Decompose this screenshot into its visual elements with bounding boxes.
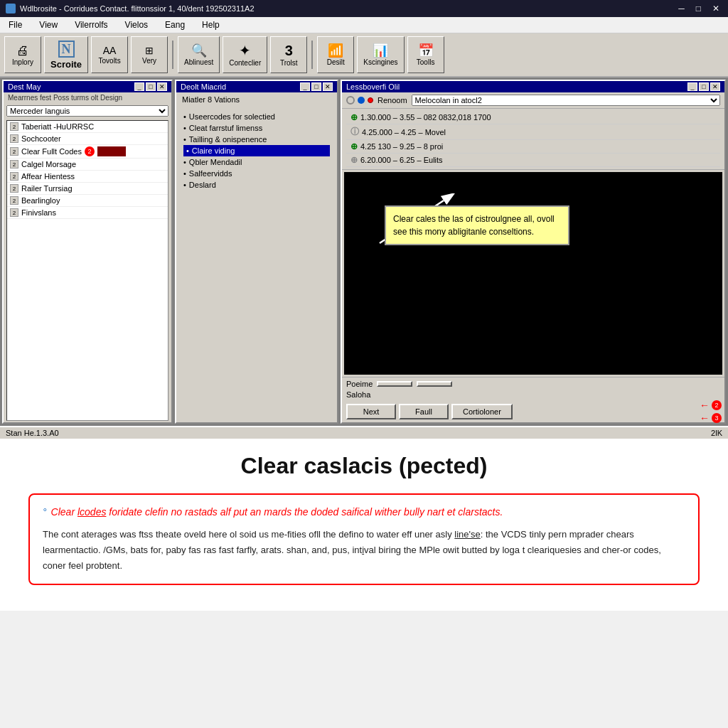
list-item-clear-codes[interactable]: 2 Clear Fullt Codes 2	[7, 145, 168, 159]
action-buttons: Next Faull Cortioloner ← 2 ← 3	[342, 401, 724, 422]
list-item[interactable]: 2 Affear Hientess	[7, 171, 168, 183]
list-icon-8: 2	[10, 208, 18, 217]
status-left: Stan He.1.3.A0	[6, 429, 59, 437]
below-fold: Clear caslacis (pected) ° Clear lcodes f…	[0, 439, 728, 611]
menu-eang[interactable]: Eang	[162, 19, 188, 31]
right-panel-close[interactable]: ✕	[710, 82, 720, 91]
list-icon-4: 2	[10, 160, 18, 168]
info-box-title: ° Clear lcodes foridate clefin no rastad…	[43, 505, 685, 520]
bar-chart-icon: 📶	[328, 44, 343, 57]
left-panel-dropdown[interactable]: Merceder languis	[6, 105, 168, 117]
left-panel-minimize[interactable]: _	[134, 82, 144, 91]
arrow-left-1: ←	[700, 400, 710, 411]
diag-icon-circle: ⊕	[350, 155, 358, 165]
title-bar-text: Wdlbrosite - Corridues Contact. flittons…	[20, 4, 255, 13]
diag-row: ⓘ 4.25.000 – 4.25 – Movel	[346, 124, 720, 140]
toolbar-scroite-label: Scroite	[50, 59, 82, 70]
list-item[interactable]: 2 Railer Turrsiag	[7, 183, 168, 195]
status-right: 2lK	[711, 429, 722, 437]
status-circle-outer	[346, 96, 355, 105]
mid-panel-list: Useercodes for solectied Cleat farrstuf …	[176, 107, 337, 422]
toolbar-conteclier[interactable]: ✦ Conteclier	[223, 36, 267, 73]
info-title-text: Clear lcodes foridate clefin no rastads …	[51, 505, 503, 520]
list-item[interactable]: 2 Sochcooter	[7, 133, 168, 145]
menu-view[interactable]: View	[36, 19, 60, 31]
right-panel-title: Lessboverfi Olil	[346, 82, 400, 91]
cortioloner-button[interactable]: Cortioloner	[451, 404, 513, 419]
color-block	[97, 146, 126, 156]
list-item[interactable]: 2 Taberiatt -HuURRSC	[7, 121, 168, 133]
list-item[interactable]: 2 Calgel Morsage	[7, 159, 168, 171]
toolbar-ablinuest[interactable]: 🔍 Ablinuest	[178, 36, 220, 73]
sub-btn-2[interactable]	[417, 381, 452, 387]
toolbar-kscingines[interactable]: 📊 Kscingines	[357, 36, 404, 73]
renoom-label: Renoom	[378, 96, 407, 105]
toolbar-scroite[interactable]: N Scroite	[44, 36, 88, 73]
left-panel-restore[interactable]: □	[146, 82, 156, 91]
info-box-body: The cont aterages was ftss theate oveld …	[43, 527, 685, 574]
toolbar-tovolts[interactable]: AA Tovolts	[91, 36, 128, 73]
diag-icon-info: ⓘ	[350, 126, 359, 138]
printer-icon: 🖨	[16, 44, 29, 57]
status-bar: Stan He.1.3.A0 2lK	[0, 426, 728, 439]
right-panel-restore[interactable]: □	[699, 82, 709, 91]
list-item[interactable]: 2 Finivslans	[7, 207, 168, 219]
list-icon-2: 2	[10, 134, 18, 143]
toolbar-trolst[interactable]: 3 Trolst	[270, 36, 307, 73]
faull-button[interactable]: Faull	[399, 404, 449, 419]
list-item[interactable]: 2 Bearlingloy	[7, 195, 168, 207]
mid-panel-close[interactable]: ✕	[323, 82, 333, 91]
list-icon-1: 2	[10, 122, 18, 131]
mid-list-item[interactable]: Cleat farrstuf limenss	[183, 122, 330, 134]
toolbar-kscingines-label: Kscingines	[363, 58, 397, 66]
menu-vielos[interactable]: Vielos	[122, 19, 151, 31]
scroite-icon: N	[58, 41, 75, 58]
menu-help[interactable]: Help	[199, 19, 223, 31]
menu-bar: File View Vilerrolfs Vielos Eang Help	[0, 17, 728, 33]
left-panel: Dest May _ □ ✕ Mearrnes fest Poss turms …	[2, 80, 173, 424]
mid-list-item[interactable]: Useercodes for solectied	[183, 111, 330, 122]
mid-panel-restore[interactable]: □	[311, 82, 321, 91]
linese-word: line'se	[454, 529, 480, 540]
toolbar-toolls-label: Toolls	[417, 58, 435, 66]
annotations: ← 2 ← 3	[700, 400, 722, 424]
toolbar-very-label: Very	[142, 57, 156, 65]
arrow-left-2: ←	[700, 412, 710, 424]
mid-list-item[interactable]: Salfeervidds	[183, 168, 330, 179]
kscingines-icon: 📊	[373, 44, 388, 57]
mid-panel-minimize[interactable]: _	[300, 82, 310, 91]
saloha-label: Saloha	[346, 390, 370, 399]
left-panel-list: 2 Taberiatt -HuURRSC 2 Sochcooter 2 Clea…	[6, 120, 168, 421]
left-panel-close[interactable]: ✕	[157, 82, 167, 91]
left-panel-subtitle: Mearrnes fest Poss turms olt Design	[4, 92, 171, 103]
toolbar-separator-2	[311, 41, 313, 69]
main-heading: Clear caslacis (pected)	[28, 453, 700, 479]
close-button[interactable]: ✕	[710, 4, 722, 14]
toolbar-inplory[interactable]: 🖨 Inplory	[4, 36, 41, 73]
calendar-icon: 📅	[418, 44, 434, 57]
tooltip-box: Clear cales the las of cistroulgnee all,…	[385, 205, 569, 245]
toolbar-very[interactable]: ⊞ Very	[131, 36, 168, 73]
right-panel-dropdown[interactable]: Melocolan in atocl2	[412, 95, 720, 106]
mid-list-item[interactable]: Qbler Mendadil	[183, 156, 330, 168]
diag-icon-plus: ⊕	[350, 112, 358, 122]
menu-file[interactable]: File	[6, 19, 25, 31]
right-panel-minimize[interactable]: _	[687, 82, 697, 91]
right-panel: Lessboverfi Olil _ □ ✕ Renoom Melocolan …	[341, 80, 726, 424]
toolbar-toolls[interactable]: 📅 Toolls	[407, 36, 444, 73]
info-box: ° Clear lcodes foridate clefin no rastad…	[28, 493, 700, 585]
mid-list-item-selected[interactable]: Claire viding	[183, 145, 330, 156]
minimize-button[interactable]: ─	[675, 4, 687, 14]
left-panel-titlebar: Dest May _ □ ✕	[4, 81, 171, 92]
maximize-button[interactable]: □	[693, 4, 704, 14]
next-button[interactable]: Next	[346, 404, 396, 419]
mid-list-item[interactable]: Deslard	[183, 179, 330, 191]
toolbar-desilt-label: Desilt	[327, 58, 345, 66]
mid-list-item[interactable]: Tailling & onispenence	[183, 134, 330, 145]
toolbar-desilt[interactable]: 📶 Desilt	[317, 36, 354, 73]
menu-vilerrolfs[interactable]: Vilerrolfs	[72, 19, 110, 31]
right-panel-titlebar: Lessboverfi Olil _ □ ✕	[342, 81, 724, 92]
list-icon-7: 2	[10, 196, 18, 205]
sub-btn-1[interactable]	[377, 381, 412, 387]
workspace: Dest May _ □ ✕ Mearrnes fest Poss turms …	[0, 77, 728, 426]
